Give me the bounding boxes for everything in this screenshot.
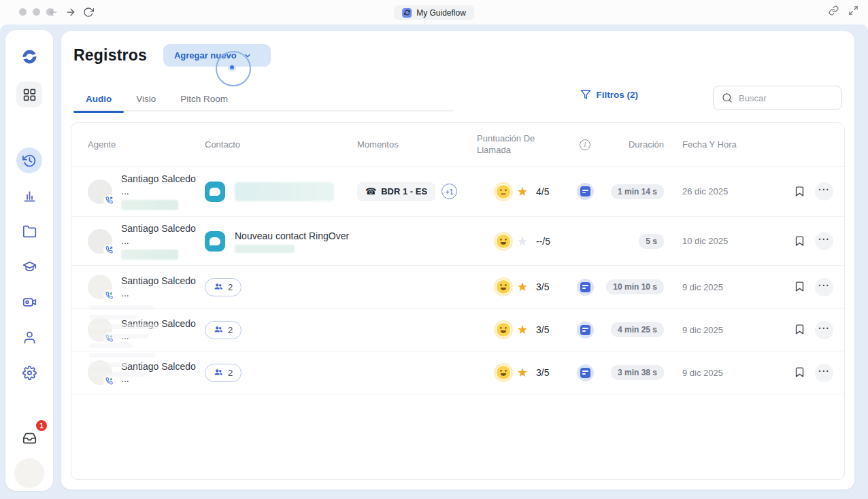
redacted-number	[121, 250, 178, 260]
date: 9 dic 2025	[664, 325, 752, 335]
star-rating-icon: ★★	[517, 235, 530, 247]
browser-tab[interactable]: My Guideflow	[394, 5, 474, 20]
table-header: Agente Contacto Momentos Puntuación De L…	[71, 123, 844, 167]
contacts-icon[interactable]	[16, 324, 42, 350]
redacted-number	[235, 245, 295, 253]
col-agente: Agente	[88, 139, 205, 150]
ringover-contact-icon	[205, 182, 225, 202]
bookmark-icon[interactable]	[794, 324, 806, 336]
back-icon[interactable]	[46, 5, 61, 20]
bookmark-icon[interactable]	[794, 235, 806, 247]
search-input[interactable]	[739, 93, 833, 103]
mood-neutral-icon	[496, 184, 511, 199]
skeleton-lines	[89, 305, 158, 377]
contact-name: Nouveau contact RingOver	[235, 230, 349, 241]
add-new-button[interactable]: Agregar nuevo	[163, 44, 271, 67]
duration-badge: 3 min 38 s	[611, 365, 664, 380]
star-rating-icon: ★★	[517, 186, 530, 198]
filters-button[interactable]: Filtros (2)	[580, 89, 638, 100]
user-avatar[interactable]	[14, 458, 44, 488]
col-puntuacion: Puntuación De Llamada	[477, 133, 565, 156]
more-moments-badge[interactable]: +1	[441, 184, 457, 199]
col-contacto: Contacto	[205, 139, 357, 150]
analytics-icon[interactable]	[16, 183, 42, 209]
transcript-icon[interactable]	[577, 322, 594, 339]
contact-count-badge[interactable]: 2	[205, 278, 241, 296]
tab-pitch-room[interactable]: Pitch Room	[168, 86, 240, 111]
date: 26 dic 2025	[664, 186, 752, 196]
recordings-camera-icon[interactable]	[16, 289, 42, 315]
more-actions-button[interactable]: ···	[815, 232, 833, 250]
table-row[interactable]: Santiago Salcedo ... Nouveau contact Rin…	[71, 217, 844, 266]
people-icon	[214, 282, 223, 292]
info-icon[interactable]: i	[580, 139, 590, 150]
date: 10 dic 2025	[664, 236, 752, 246]
mood-happy-icon	[496, 279, 511, 294]
page-title: Registros	[73, 46, 147, 65]
apps-grid-icon[interactable]	[16, 82, 42, 107]
transcript-icon[interactable]	[577, 279, 594, 296]
bookmark-icon[interactable]	[794, 366, 806, 379]
main-panel: Registros Agregar nuevo Audio Visio Pitc…	[61, 31, 854, 489]
duration-badge: 4 min 25 s	[611, 322, 664, 337]
folder-icon[interactable]	[16, 218, 42, 244]
search-icon	[722, 92, 733, 103]
search-box[interactable]	[713, 86, 842, 110]
duration-badge: 1 min 14 s	[611, 184, 664, 199]
transcript-icon[interactable]	[577, 364, 594, 381]
mood-happy-icon	[496, 234, 511, 249]
col-momentos: Momentos	[357, 139, 477, 150]
people-icon	[214, 368, 223, 377]
more-actions-button[interactable]: ···	[815, 182, 833, 201]
duration-badge: 5 s	[639, 234, 664, 249]
call-score: 3/5	[536, 324, 549, 335]
star-rating-icon: ★★	[517, 281, 530, 293]
more-actions-button[interactable]: ···	[815, 321, 833, 339]
transcript-icon[interactable]	[577, 183, 594, 200]
mood-happy-icon	[496, 322, 511, 337]
date: 9 dic 2025	[664, 368, 752, 378]
star-rating-icon: ★★	[517, 324, 530, 336]
bookmark-icon[interactable]	[794, 281, 806, 293]
chevron-down-icon	[244, 52, 252, 60]
bookmark-icon[interactable]	[794, 186, 806, 198]
avatar	[88, 179, 112, 204]
tab-audio[interactable]: Audio	[73, 86, 124, 111]
col-fecha: Fecha Y Hora	[664, 139, 752, 150]
more-actions-button[interactable]: ···	[815, 278, 833, 296]
training-cap-icon[interactable]	[16, 254, 42, 279]
table-row[interactable]: Santiago Salcedo ... 2 ★★ 3/5 3 min 38 s…	[71, 351, 844, 394]
filter-funnel-icon	[580, 89, 591, 100]
incoming-call-icon	[103, 375, 115, 387]
call-score: 3/5	[536, 367, 549, 378]
star-rating-icon: ★★	[517, 366, 530, 379]
phone-icon: ☎	[365, 186, 376, 196]
browser-chrome: My Guideflow	[0, 0, 868, 24]
table-row[interactable]: Santiago Salcedo ... 2 ★★ 3/5 4 min 25 s…	[71, 309, 844, 351]
tab-bar: Audio Visio Pitch Room	[73, 86, 453, 111]
agent-name: Santiago Salcedo ...	[121, 223, 196, 246]
expand-icon[interactable]	[848, 5, 858, 18]
reload-icon[interactable]	[81, 5, 96, 20]
history-icon[interactable]	[16, 148, 42, 173]
table-row[interactable]: Santiago Salcedo ... 2 ★★ 3/5 10 min 10 …	[71, 266, 844, 309]
forward-icon[interactable]	[63, 5, 78, 20]
call-score: 4/5	[536, 186, 549, 197]
ringover-logo[interactable]	[16, 44, 42, 69]
settings-gear-icon[interactable]	[16, 360, 42, 385]
app-background: 1 Registros Agregar nuevo Audio Visio Pi…	[0, 24, 868, 499]
inbox-icon[interactable]: 1	[16, 425, 42, 451]
people-icon	[214, 325, 223, 334]
call-score: 3/5	[536, 281, 549, 292]
agent-name: Santiago Salcedo ...	[121, 173, 196, 196]
duration-badge: 10 min 10 s	[606, 279, 664, 294]
avatar	[88, 275, 112, 299]
more-actions-button[interactable]: ···	[815, 364, 833, 382]
tab-visio[interactable]: Visio	[124, 86, 168, 111]
moment-badge[interactable]: ☎ BDR 1 - ES	[357, 182, 435, 201]
share-link-icon[interactable]	[829, 5, 839, 18]
contact-count-badge[interactable]: 2	[205, 321, 241, 339]
contact-count-badge[interactable]: 2	[205, 364, 241, 382]
ringover-contact-icon	[205, 231, 225, 252]
table-row[interactable]: Santiago Salcedo ... ☎ BDR 1 - ES +1	[71, 167, 844, 217]
